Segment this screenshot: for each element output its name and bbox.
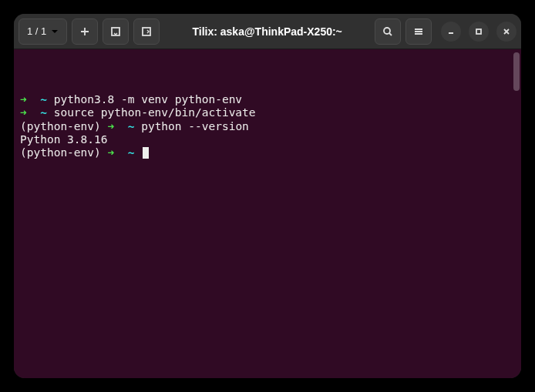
search-icon xyxy=(382,26,393,37)
split-down-button[interactable] xyxy=(103,18,129,45)
minimize-button[interactable] xyxy=(441,22,461,42)
menu-button[interactable] xyxy=(405,18,432,45)
plus-icon xyxy=(79,26,90,37)
split-down-icon xyxy=(110,26,121,37)
close-icon xyxy=(502,27,511,36)
split-right-button[interactable] xyxy=(133,18,160,45)
terminal-line: ➜ ~ python3.8 -m venv python-env xyxy=(20,93,515,106)
terminal-line: (python-env) ➜ ~ xyxy=(20,146,515,159)
window-title: Tilix: aska@ThinkPad-X250:~ xyxy=(164,25,370,38)
hamburger-icon xyxy=(413,26,424,37)
minimize-icon xyxy=(446,27,456,36)
add-terminal-button[interactable] xyxy=(72,18,98,45)
session-counter-label: 1 / 1 xyxy=(27,25,46,37)
split-right-icon xyxy=(141,26,152,37)
terminal-line: (python-env) ➜ ~ python --version xyxy=(20,120,515,133)
cursor xyxy=(143,147,149,159)
session-selector[interactable]: 1 / 1 xyxy=(19,18,67,45)
maximize-button[interactable] xyxy=(469,22,489,42)
terminal-line: ➜ ~ source python-env/bin/activate xyxy=(20,106,515,119)
close-button[interactable] xyxy=(496,22,516,42)
window-controls xyxy=(436,22,516,42)
search-button[interactable] xyxy=(375,18,401,45)
maximize-icon xyxy=(474,27,483,36)
chevron-down-icon xyxy=(51,28,59,35)
titlebar: 1 / 1 Tilix: aska@ThinkPad-X250:~ xyxy=(14,14,521,49)
terminal-line: Python 3.8.16 xyxy=(20,133,515,146)
terminal-window: 1 / 1 Tilix: aska@ThinkPad-X250:~ xyxy=(14,14,521,378)
terminal-viewport[interactable]: ➜ ~ python3.8 -m venv python-env➜ ~ sour… xyxy=(14,49,521,378)
svg-point-2 xyxy=(384,28,390,34)
scrollbar-thumb[interactable] xyxy=(513,52,520,91)
svg-rect-3 xyxy=(476,29,481,34)
